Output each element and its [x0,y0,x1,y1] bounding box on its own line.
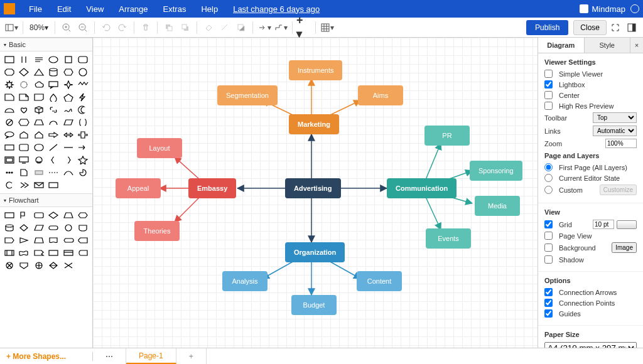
fshape-rect[interactable] [3,210,16,221]
tab-diagram[interactable]: Diagram [538,38,585,53]
node-aims[interactable]: Aims [358,85,403,105]
shapes-section-basic[interactable]: Basic [0,38,92,51]
shape-scribble[interactable] [62,104,75,115]
shadow-checkbox[interactable] [544,255,553,264]
node-communication[interactable]: Communication [387,178,457,198]
center-checkbox[interactable] [544,91,553,99]
format-panel-icon[interactable] [624,20,639,35]
background-checkbox[interactable] [544,244,553,252]
shape-link[interactable] [47,104,61,115]
view-mode-button[interactable]: ▾ [4,20,19,35]
fshape-db[interactable] [3,222,16,233]
shape-parallel[interactable] [18,54,31,65]
fshape-disp[interactable] [62,235,75,246]
fshape-trap[interactable] [62,210,75,221]
paper-size-select[interactable]: A4 (210 mm x 297 mm) [544,342,637,348]
fshape-dia2[interactable] [18,222,31,233]
zoom-in-icon[interactable] [59,20,74,35]
globe-icon[interactable] [630,4,639,13]
node-instruments[interactable]: Instruments [289,60,342,80]
tab-style[interactable]: Style [585,38,631,53]
node-content[interactable]: Content [357,271,402,291]
shape-cylinder[interactable] [47,67,61,78]
shape-rect3[interactable] [3,142,16,153]
node-marketing[interactable]: Marketing [289,114,339,134]
grid-size-input[interactable] [593,220,614,229]
shape-pie[interactable] [77,167,90,178]
fshape-flag[interactable] [18,210,31,221]
canvas[interactable]: Advertising Marketing Segmentation Instr… [93,38,538,348]
app-logo[interactable] [4,3,15,14]
publish-button[interactable]: Publish [526,20,568,35]
node-advertising[interactable]: Advertising [285,178,341,198]
fill-icon[interactable] [201,20,216,35]
fshape-tape[interactable] [32,247,46,259]
shape-env[interactable] [32,179,46,191]
connection-arrows-checkbox[interactable] [544,288,553,296]
shape-moon[interactable] [77,104,90,115]
zoom-out-icon[interactable] [75,20,90,35]
node-media[interactable]: Media [475,196,520,216]
toolbar-select[interactable]: Top [593,112,637,123]
node-budget[interactable]: Budget [291,295,337,315]
shape-burst12[interactable] [18,79,31,90]
to-back-icon[interactable] [178,20,193,35]
shape-trap[interactable] [32,117,46,128]
links-select[interactable]: Automatic [593,126,637,136]
shape-star4[interactable] [62,79,75,90]
shape-arrow-r[interactable] [47,129,61,141]
shape-bolt[interactable] [77,92,90,103]
fshape-diamond[interactable] [47,210,61,221]
zoom-level[interactable]: 80% ▾ [27,23,51,32]
shape-frame[interactable] [3,154,16,166]
shape-bracket[interactable] [77,117,90,128]
custom-radio[interactable] [544,186,553,194]
fshape-r2[interactable] [47,247,61,259]
node-organization[interactable]: Organization [285,242,345,262]
shape-brace-r[interactable] [62,154,75,166]
shape-rect4[interactable] [18,142,31,153]
lightbox-checkbox[interactable] [544,80,553,88]
fshape-proc[interactable] [3,247,16,259]
menu-arrange[interactable]: Arrange [111,4,155,14]
shape-slash[interactable] [47,142,61,153]
shape-cut[interactable] [3,92,16,103]
shape-pent2[interactable] [18,129,31,141]
shape-paral2[interactable] [62,117,75,128]
zoom-input[interactable] [605,139,637,148]
line-icon[interactable] [217,20,232,35]
shape-house[interactable] [32,129,46,141]
fshape-r3[interactable] [62,247,75,259]
table-icon[interactable]: ▾ [320,20,335,35]
shape-hexv[interactable] [62,67,75,78]
shape-arrow3[interactable] [77,142,90,153]
shape-rect5[interactable] [32,142,46,153]
shape-doc[interactable] [18,167,31,178]
page-menu-icon[interactable]: ⋯ [93,348,126,364]
connection-points-checkbox[interactable] [544,299,553,307]
page-tab-1[interactable]: Page-1 [126,348,176,364]
fshape-arc2[interactable] [77,222,90,233]
fshape-hex[interactable] [77,210,90,221]
insert-icon[interactable]: + ▾ [296,20,311,35]
shape-ellipse[interactable] [47,54,61,65]
shape-rect[interactable] [3,54,16,65]
redo-icon[interactable] [115,20,130,35]
shape-pentagon[interactable] [62,92,75,103]
shape-dash[interactable] [47,167,61,178]
fshape-trap2[interactable] [32,235,46,246]
shape-arrow-lr[interactable] [62,129,75,141]
shape-star5[interactable] [77,154,90,166]
shape-folded[interactable] [32,92,46,103]
simple-viewer-checkbox[interactable] [544,70,553,78]
shape-semicircle[interactable] [3,104,16,115]
shape-text[interactable] [32,54,46,65]
shape-speech[interactable] [3,129,16,141]
shape-cloud[interactable] [32,79,46,90]
fshape-circ[interactable] [62,222,75,233]
fshape-store[interactable] [77,247,90,259]
node-analysis[interactable]: Analysis [222,271,267,291]
shape-smiley[interactable] [32,154,46,166]
shape-heart[interactable] [18,104,31,115]
shadow-icon[interactable] [234,20,249,35]
